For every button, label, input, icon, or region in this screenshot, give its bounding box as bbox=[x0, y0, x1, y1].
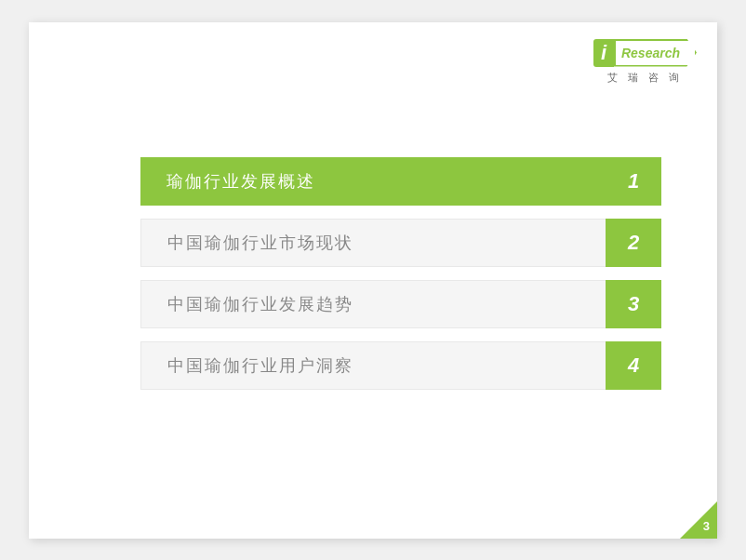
menu-label-2: 中国瑜伽行业市场现状 bbox=[140, 219, 606, 267]
menu-number-1: 1 bbox=[606, 157, 661, 206]
logo-i-letter: i bbox=[593, 39, 614, 67]
logo-area: i Research 艾 瑞 咨 询 bbox=[593, 39, 697, 85]
menu-number-2: 2 bbox=[606, 219, 661, 267]
menu-number-4: 4 bbox=[606, 341, 661, 390]
logo-badge: i Research bbox=[593, 39, 697, 67]
corner-decoration bbox=[680, 501, 717, 539]
menu-label-1: 瑜伽行业发展概述 bbox=[140, 157, 606, 206]
menu-number-3: 3 bbox=[606, 280, 661, 328]
logo-research-text: Research bbox=[614, 39, 697, 67]
logo-subtitle: 艾 瑞 咨 询 bbox=[607, 71, 683, 85]
slide: i Research 艾 瑞 咨 询 瑜伽行业发展概述 1 中国瑜伽行业市场现状… bbox=[29, 22, 717, 539]
menu-label-4: 中国瑜伽行业用户洞察 bbox=[140, 341, 606, 390]
menu-item-1[interactable]: 瑜伽行业发展概述 1 bbox=[140, 157, 661, 206]
menu-item-2[interactable]: 中国瑜伽行业市场现状 2 bbox=[140, 219, 661, 267]
menu-label-3: 中国瑜伽行业发展趋势 bbox=[140, 280, 606, 328]
menu-item-4[interactable]: 中国瑜伽行业用户洞察 4 bbox=[140, 341, 661, 390]
menu-container: 瑜伽行业发展概述 1 中国瑜伽行业市场现状 2 中国瑜伽行业发展趋势 3 中国瑜… bbox=[140, 157, 661, 390]
page-number: 3 bbox=[703, 519, 710, 533]
menu-item-3[interactable]: 中国瑜伽行业发展趋势 3 bbox=[140, 280, 661, 328]
